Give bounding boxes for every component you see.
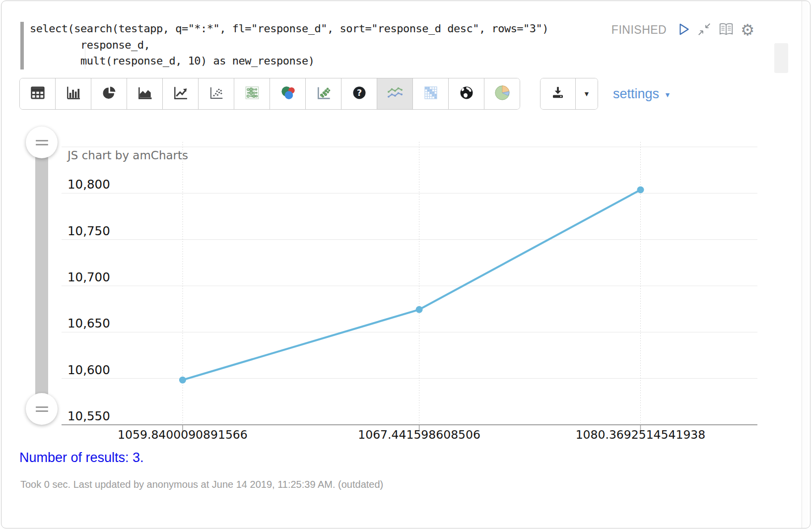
- chart-type-multi-line-chart-button[interactable]: [377, 78, 412, 109]
- chart-type-bar-chart-button[interactable]: [55, 78, 91, 109]
- chart-type-table-button[interactable]: [20, 78, 55, 109]
- chart-type-scatter-green-button[interactable]: [305, 78, 341, 109]
- chevron-down-icon: ▼: [664, 89, 671, 99]
- status-badge: FINISHED: [611, 23, 667, 37]
- play-icon: [677, 22, 690, 38]
- paragraph-header: select(search(testapp, q="*:*", fl="resp…: [1, 1, 810, 75]
- globe-icon: [459, 85, 474, 102]
- area-chart-icon: [137, 85, 153, 102]
- grip-icon: [36, 144, 48, 145]
- bubble-grid-icon: [244, 85, 260, 103]
- svg-text:10,600: 10,600: [68, 363, 110, 377]
- gear-icon: ⚙: [741, 22, 754, 37]
- chart-type-help-button[interactable]: ?: [341, 78, 377, 109]
- line-chart-icon: [173, 85, 189, 102]
- download-options-button[interactable]: ▼: [575, 78, 598, 109]
- amcharts-line-chart: 10,55010,60010,65010,70010,75010,8001059…: [62, 135, 757, 448]
- chart-title: JS chart by amCharts: [68, 149, 188, 162]
- footer-status-text: Took 0 sec. Last updated by anonymous at…: [20, 479, 810, 490]
- svg-text:10,750: 10,750: [68, 224, 110, 238]
- table-icon: [30, 85, 46, 102]
- chart-region: 10,55010,60010,65010,70010,75010,8001059…: [1, 135, 810, 448]
- svg-text:1059.8400090891566: 1059.8400090891566: [118, 428, 248, 442]
- chart-type-area-chart-button[interactable]: [127, 78, 162, 109]
- grip-icon: [36, 140, 48, 141]
- compress-icon: [697, 22, 712, 38]
- svg-text:10,650: 10,650: [68, 316, 110, 331]
- code-line[interactable]: response_d,: [30, 37, 810, 54]
- indent-guide: [85, 42, 85, 68]
- grip-icon: [36, 406, 48, 408]
- svg-text:1067.441598608506: 1067.441598608506: [358, 428, 480, 442]
- value-axis-scrollbar-handle-bottom[interactable]: [26, 393, 58, 425]
- chart-type-toolbar: ?: [19, 78, 520, 110]
- window-scrollbar[interactable]: [802, 1, 809, 528]
- download-button[interactable]: [541, 78, 575, 109]
- code-line[interactable]: mult(response_d, 10) as new_response): [30, 53, 810, 69]
- chart-type-scatter-chart-button[interactable]: [198, 78, 234, 109]
- paragraph-settings-button[interactable]: ⚙: [741, 22, 754, 37]
- multi-line-chart-icon: [387, 85, 404, 102]
- settings-label: settings: [613, 86, 659, 102]
- download-group: ▼: [540, 78, 598, 110]
- svg-text:1080.3692514541938: 1080.3692514541938: [576, 428, 706, 442]
- scatter-green-icon: [316, 85, 332, 103]
- value-axis-scrollbar-handle-top[interactable]: [26, 127, 58, 158]
- svg-text:?: ?: [356, 88, 361, 98]
- pie-chart-icon: [102, 85, 117, 102]
- editor-gutter: [20, 22, 24, 69]
- scatter-chart-icon: [208, 85, 224, 102]
- chart-type-line-chart-button[interactable]: [162, 78, 198, 109]
- chart-type-bubble-grid-button[interactable]: [234, 78, 270, 109]
- pie-colored-icon: [494, 84, 511, 103]
- results-text: Number of results: 3.: [19, 450, 810, 465]
- chart-type-pie-chart-button[interactable]: [91, 78, 127, 109]
- chevron-down-icon: ▼: [583, 90, 590, 98]
- svg-text:10,550: 10,550: [68, 409, 110, 423]
- bar-chart-icon: [66, 85, 81, 102]
- chart-type-venn-diagram-button[interactable]: [270, 78, 305, 109]
- run-button[interactable]: [677, 22, 690, 38]
- venn-diagram-icon: [279, 85, 296, 103]
- matrix-icon: [423, 85, 439, 103]
- settings-dropdown[interactable]: settings ▼: [613, 86, 671, 102]
- grip-icon: [36, 410, 48, 412]
- chart-type-matrix-button[interactable]: [412, 78, 448, 109]
- download-icon: [550, 85, 565, 102]
- value-axis-scrollbar[interactable]: [35, 142, 48, 409]
- chart-type-globe-button[interactable]: [448, 78, 484, 109]
- chart-type-pie-colored-button[interactable]: [484, 78, 520, 109]
- collapse-button[interactable]: [697, 22, 712, 38]
- notebook-paragraph-card: select(search(testapp, q="*:*", fl="resp…: [1, 0, 811, 529]
- help-icon: ?: [352, 85, 367, 102]
- editor-scrollbar-thumb[interactable]: [774, 43, 788, 73]
- show-editor-button[interactable]: [718, 22, 734, 38]
- svg-text:10,700: 10,700: [68, 270, 110, 284]
- book-icon: [718, 22, 734, 38]
- svg-text:10,800: 10,800: [68, 177, 110, 192]
- visualization-toolbar: ? ▼ settings ▼: [19, 78, 810, 110]
- paragraph-controls: FINISHED: [611, 21, 754, 39]
